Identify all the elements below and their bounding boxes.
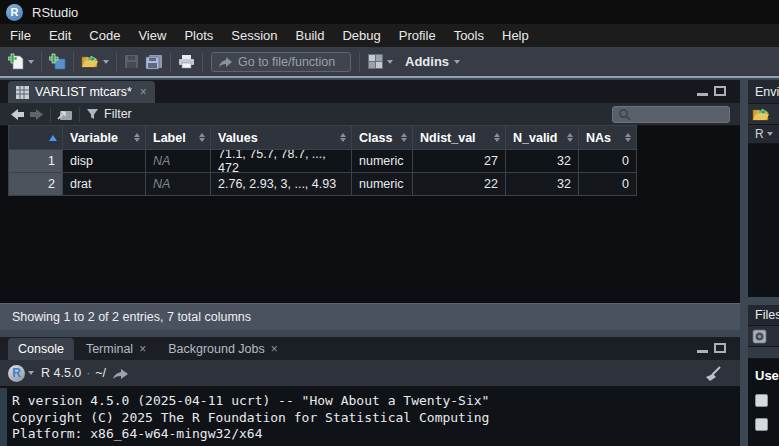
chevron-down-icon [454,60,460,64]
menu-item-edit[interactable]: Edit [40,24,80,47]
col-header-values[interactable]: Values [211,125,352,150]
maximize-icon[interactable] [714,343,726,353]
col-header-ndist-val[interactable]: Ndist_val [413,125,506,150]
ndist-val-cell: 27 [413,150,506,173]
minimize-icon[interactable] [697,93,708,96]
entries-summary: Showing 1 to 2 of 2 entries, 7 total col… [12,310,251,324]
maximize-icon[interactable] [714,86,726,96]
files-list-header [748,347,779,359]
console-line: Copyright (C) 2025 The R Foundation for … [12,410,489,427]
viewer-search-box[interactable] [612,106,730,123]
rstudio-window: R RStudio File Edit Code View Plots Sess… [0,0,779,446]
close-icon[interactable]: × [271,344,278,354]
console-pane: Console Terminal× Background Jobs× R R 4… [0,337,740,446]
menu-item-debug[interactable]: Debug [333,24,389,47]
console-tab-strip: Console Terminal× Background Jobs× [0,337,740,360]
clear-console-broom-icon[interactable] [702,365,722,383]
variable-cell: drat [63,173,146,196]
chevron-down-icon[interactable] [28,371,34,375]
open-in-new-window-icon[interactable] [57,108,73,121]
col-header-class[interactable]: Class [352,125,413,150]
col-header-nas[interactable]: NAs [579,125,637,150]
new-file-button[interactable] [5,50,37,74]
file-checkbox[interactable] [755,394,768,407]
col-header-label[interactable]: Label [146,125,211,150]
console-left-gutter [0,388,7,446]
viewer-toolbar: Filter [0,103,740,126]
tab-console[interactable]: Console [8,338,74,360]
tab-background-jobs[interactable]: Background Jobs× [158,338,288,360]
separator-dot: · [86,366,90,380]
files-breadcrumb[interactable]: Users [755,368,779,383]
row-number-cell: 2 [8,173,63,196]
sort-icon [625,133,631,142]
print-button[interactable] [175,50,198,74]
col-header-variable[interactable]: Variable [63,125,146,150]
tab-files[interactable]: Files [755,308,779,322]
save-icon [124,54,139,69]
filter-button[interactable]: Filter [86,107,132,121]
menu-item-build[interactable]: Build [287,24,334,47]
load-workspace-folder-icon[interactable] [752,107,771,122]
variable-cell: disp [63,150,146,173]
file-checkbox[interactable] [755,418,768,431]
new-folder-icon[interactable] [752,329,767,344]
menu-item-code[interactable]: Code [80,24,129,47]
goto-file-function-input[interactable] [238,55,346,69]
menu-item-profile[interactable]: Profile [390,24,445,47]
goto-file-function-box[interactable] [211,52,351,72]
goto-arrow-icon [218,55,234,69]
viewer-tab-title: VARLIST mtcars* [35,85,132,99]
tab-environment[interactable]: Environment [755,85,779,99]
title-bar: R RStudio [0,0,779,24]
print-icon [178,54,195,69]
col-header-rownum[interactable] [8,125,63,150]
console-output[interactable]: R version 4.5.0 (2025-04-11 ucrt) -- "Ho… [0,388,740,446]
open-file-button[interactable] [78,50,112,74]
toolbar-separator [73,52,74,72]
sort-icon [494,133,500,142]
menu-item-session[interactable]: Session [222,24,286,47]
close-icon[interactable]: × [139,344,146,354]
chevron-down-icon [387,60,393,64]
back-arrow-icon[interactable] [10,108,25,121]
class-cell: numeric [352,173,413,196]
minimize-icon[interactable] [697,350,708,353]
col-header-n-valid[interactable]: N_valid [506,125,579,150]
files-toolbar [748,325,779,347]
save-button[interactable] [121,50,142,74]
chevron-down-icon [103,60,109,64]
pane-layout-button[interactable] [364,50,396,74]
pane-layout-grid-icon [367,53,384,70]
menu-bar: File Edit Code View Plots Session Build … [0,24,779,47]
viewer-window-controls [697,86,726,96]
menu-item-file[interactable]: File [1,24,40,47]
new-project-button[interactable] [46,50,69,74]
save-all-icon [145,54,163,70]
tab-varlist-mtcars[interactable]: VARLIST mtcars* × [8,81,155,103]
filter-label: Filter [104,107,132,121]
r-version-label: R 4.5.0 [41,366,81,380]
console-text: R version 4.5.0 (2025-04-11 ucrt) -- "Ho… [12,393,489,443]
environment-source-selector[interactable]: R [748,125,779,144]
menu-item-plots[interactable]: Plots [175,24,222,47]
environment-toolbar [748,103,779,125]
open-in-new-window-icon[interactable] [112,367,129,380]
nas-cell: 0 [579,150,637,173]
addins-button[interactable]: Addins [396,50,463,74]
environment-pane: Environment R [748,80,779,297]
tab-terminal[interactable]: Terminal× [76,338,156,360]
filter-funnel-icon [86,108,99,120]
close-icon[interactable]: × [140,87,147,97]
save-all-button[interactable] [142,50,166,74]
menu-item-help[interactable]: Help [493,24,538,47]
new-project-icon [49,53,66,70]
viewer-search-input[interactable] [632,108,722,122]
ndist-val-cell: 22 [413,173,506,196]
menu-item-tools[interactable]: Tools [445,24,493,47]
toolbar-separator [41,52,42,72]
forward-arrow-icon[interactable] [29,108,44,121]
working-directory-label[interactable]: ~/ [95,366,106,380]
menu-item-view[interactable]: View [129,24,175,47]
variables-table: Variable Label Values Class Ndist_val N_… [8,125,637,196]
